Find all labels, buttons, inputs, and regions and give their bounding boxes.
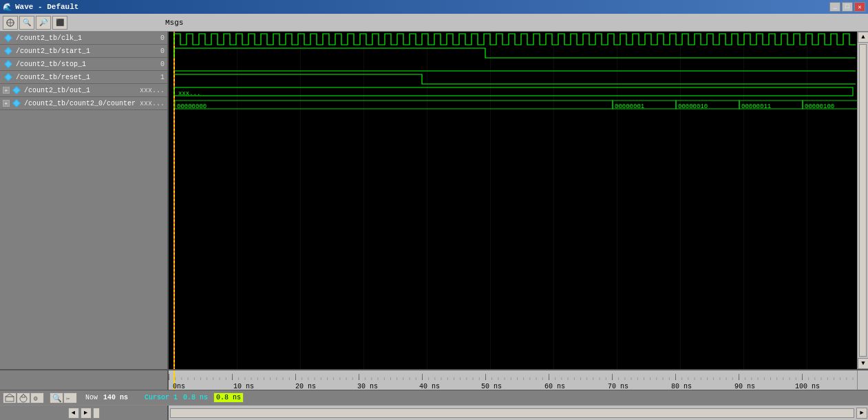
hscroll-left-arrow[interactable]: ◄ xyxy=(68,408,79,419)
svg-text:60 ns: 60 ns xyxy=(544,383,565,390)
now-label: Now xyxy=(85,394,98,401)
svg-text:00000100: 00000100 xyxy=(805,103,834,110)
signal-icon-clk xyxy=(3,34,14,42)
title-text: Wave - Default xyxy=(15,3,78,11)
minimize-button[interactable]: _ xyxy=(829,2,840,12)
time-ruler: // ticks every 4.6px (1ns each), labels … xyxy=(169,370,857,390)
svg-rect-5 xyxy=(169,32,857,369)
app-icon: 🌊 xyxy=(3,3,12,12)
hscroll-right-arrow[interactable]: ► xyxy=(81,408,92,419)
signal-value-counter: xxx... xyxy=(140,100,167,107)
toolbar-zoomin-btn[interactable]: 🔍 xyxy=(19,16,34,30)
svg-text:⚙: ⚙ xyxy=(33,395,38,403)
status-btn-4[interactable]: 🔍 xyxy=(50,392,63,403)
expand-counter-btn[interactable]: + xyxy=(3,100,10,107)
msgs-label: Msgs xyxy=(165,19,183,27)
ruler-scroll-spacer xyxy=(857,370,868,390)
svg-rect-31 xyxy=(169,370,857,380)
toolbar-icons-section: ⚙ xyxy=(3,392,44,403)
status-btn-1[interactable] xyxy=(3,392,17,403)
tool-section-2: 🔍 ✂ xyxy=(50,392,77,403)
title-bar: 🌊 Wave - Default _ □ ✕ xyxy=(0,0,868,14)
signal-value-out: xxx... xyxy=(140,87,167,94)
expand-out-btn[interactable]: + xyxy=(3,87,10,94)
signal-row-start[interactable]: /count2_tb/start_1 0 xyxy=(0,45,167,58)
status-btn-3[interactable]: ⚙ xyxy=(30,392,44,403)
signal-value-reset: 1 xyxy=(140,74,167,81)
time-ruler-left xyxy=(0,370,169,390)
cursor-value: 0.8 ns xyxy=(183,394,208,401)
signal-icon-start xyxy=(3,47,14,55)
toolbar-cursor-btn[interactable] xyxy=(3,16,18,30)
signal-name-out: /count2_tb/out_1 xyxy=(24,87,140,94)
close-button[interactable]: ✕ xyxy=(854,2,865,12)
scroll-thumb[interactable] xyxy=(859,44,867,357)
signal-icon-reset xyxy=(3,73,14,81)
svg-text:00000001: 00000001 xyxy=(615,103,644,110)
waveform-area[interactable]: xxx... 00000000 00000001 00000010 000000… xyxy=(169,32,857,369)
signal-name-start: /count2_tb/start_1 xyxy=(16,48,140,55)
signal-icon-stop xyxy=(3,60,14,68)
svg-text:90 ns: 90 ns xyxy=(734,383,755,390)
signal-icon-out xyxy=(11,86,22,94)
cursor-highlight: 0.8 ns xyxy=(213,392,244,403)
maximize-button[interactable]: □ xyxy=(842,2,853,12)
vertical-scrollbar[interactable]: ▲ ▼ xyxy=(857,32,868,369)
signal-icon-counter xyxy=(11,99,22,107)
hscroll-thumb[interactable] xyxy=(170,408,854,418)
waveform-svg: xxx... 00000000 00000001 00000010 000000… xyxy=(169,32,857,369)
status-bar: ⚙ 🔍 ✂ Now 140 ns Cursor 1 0.8 ns 0.8 ns xyxy=(0,390,868,405)
svg-rect-46 xyxy=(6,397,14,401)
signal-name-clk: /count2_tb/clk_1 xyxy=(16,34,140,42)
time-ruler-container: // ticks every 4.6px (1ns each), labels … xyxy=(0,369,868,390)
svg-text:80 ns: 80 ns xyxy=(671,383,692,390)
toolbar-zoomout-btn[interactable]: 🔎 xyxy=(36,16,51,30)
svg-text:70 ns: 70 ns xyxy=(608,383,628,390)
svg-text:00000011: 00000011 xyxy=(741,103,771,110)
status-btn-2[interactable] xyxy=(17,392,30,403)
now-value: 140 ns xyxy=(103,394,128,401)
status-btn-5[interactable]: ✂ xyxy=(63,392,77,403)
svg-text:100 ns: 100 ns xyxy=(795,383,820,390)
signal-row-out[interactable]: + /count2_tb/out_1 xxx... xyxy=(0,84,167,97)
cursor-label: Cursor 1 xyxy=(145,394,178,401)
svg-text:00000010: 00000010 xyxy=(678,103,708,110)
svg-text:10 ns: 10 ns xyxy=(233,383,254,390)
signal-name-reset: /count2_tb/reset_1 xyxy=(16,74,140,81)
signal-row-clk[interactable]: /count2_tb/clk_1 0 xyxy=(0,32,167,45)
signal-row-counter[interactable]: + /count2_tb/count2_0/counter xxx... xyxy=(0,97,167,110)
hscroll-left: ◄ ► xyxy=(0,406,169,420)
svg-text:00000000: 00000000 xyxy=(177,103,207,110)
hscroll-right[interactable]: ► xyxy=(169,406,868,420)
svg-text:🔍: 🔍 xyxy=(52,393,61,403)
toolbar-zoom-full-btn[interactable]: ⬛ xyxy=(52,16,67,30)
svg-text:20 ns: 20 ns xyxy=(295,383,316,390)
signal-name-counter: /count2_tb/count2_0/counter xyxy=(24,100,140,107)
scroll-down-arrow[interactable]: ▼ xyxy=(858,358,868,369)
hscroll-end-arrow[interactable]: ► xyxy=(856,408,867,419)
svg-text:40 ns: 40 ns xyxy=(419,383,440,390)
main-container: /count2_tb/clk_1 0 /count2_tb/start_1 0 … xyxy=(0,32,868,369)
window-controls: _ □ ✕ xyxy=(829,2,865,12)
signal-name-stop: /count2_tb/stop_1 xyxy=(16,61,140,68)
signal-value-start: 0 xyxy=(140,48,167,55)
scroll-up-arrow[interactable]: ▲ xyxy=(858,32,868,43)
signal-row-stop[interactable]: /count2_tb/stop_1 0 xyxy=(0,58,167,71)
svg-text:0ns: 0ns xyxy=(173,383,185,390)
svg-text:xxx...: xxx... xyxy=(178,90,200,97)
svg-text:50 ns: 50 ns xyxy=(481,383,502,390)
hscroll-separator xyxy=(93,408,100,419)
svg-text:✂: ✂ xyxy=(66,396,70,403)
svg-marker-47 xyxy=(6,394,14,397)
signal-list: /count2_tb/clk_1 0 /count2_tb/start_1 0 … xyxy=(0,32,169,369)
signal-row-reset[interactable]: /count2_tb/reset_1 1 xyxy=(0,71,167,84)
horizontal-scrollbar-container: ◄ ► ► xyxy=(0,405,868,420)
signal-value-stop: 0 xyxy=(140,61,167,68)
toolbar: 🔍 🔎 ⬛ Msgs xyxy=(0,14,868,32)
signal-value-clk: 0 xyxy=(140,34,167,42)
svg-text:30 ns: 30 ns xyxy=(357,383,378,390)
